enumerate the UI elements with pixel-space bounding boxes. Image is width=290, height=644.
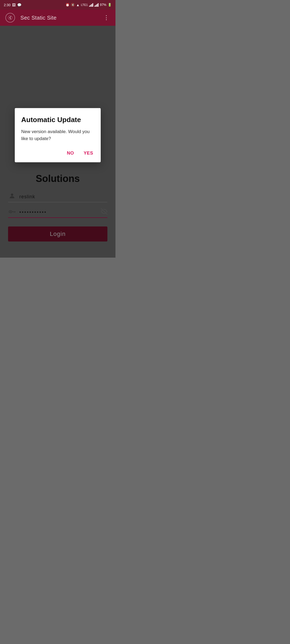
dialog-message: New version available. Would you like to…	[21, 128, 94, 142]
battery-icon: 🔋	[108, 3, 112, 7]
photo-icon: 🖼	[12, 3, 16, 7]
back-arrow-icon	[5, 13, 15, 23]
app-title: Sec Static Site	[20, 15, 97, 21]
signal-bars-2	[95, 3, 99, 7]
alarm-icon: ⏰	[66, 3, 70, 7]
dialog-title: Automatic Update	[21, 116, 94, 124]
update-dialog: Automatic Update New version available. …	[15, 108, 101, 162]
yes-button[interactable]: YES	[82, 149, 94, 157]
mute-icon: 🔇	[71, 3, 75, 7]
status-left: 2:30 🖼 💬	[4, 3, 21, 7]
no-button[interactable]: NO	[66, 149, 75, 157]
dialog-actions: NO YES	[21, 149, 94, 157]
signal-bars-1	[89, 3, 93, 7]
lte-label: LTE1	[81, 3, 88, 6]
status-right: ⏰ 🔇 ▲ LTE1 97% 🔋	[66, 3, 112, 7]
time-display: 2:30	[4, 3, 10, 7]
app-bar: Sec Static Site ⋮	[0, 10, 115, 26]
wifi-icon: ▲	[76, 3, 80, 7]
battery-percent: 97%	[100, 3, 106, 7]
more-options-icon: ⋮	[103, 14, 110, 21]
status-bar: 2:30 🖼 💬 ⏰ 🔇 ▲ LTE1 97% 🔋	[0, 0, 115, 10]
more-options-button[interactable]: ⋮	[102, 13, 111, 23]
main-content: Solutions	[0, 26, 115, 258]
svg-point-0	[8, 16, 12, 20]
whatsapp-icon: 💬	[17, 3, 21, 7]
back-button[interactable]	[4, 12, 16, 24]
